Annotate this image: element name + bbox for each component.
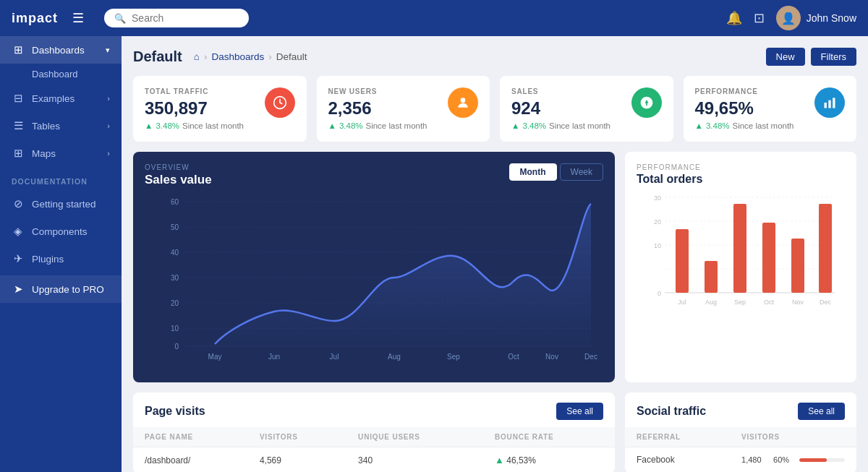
middle-row: OVERVIEW Sales value Month Week: [133, 152, 856, 382]
sidebar-item-maps[interactable]: ⊞ Maps ›: [0, 140, 122, 167]
svg-text:0: 0: [174, 343, 179, 351]
stat-sub-3: ▲ 3.48% Since last month: [695, 121, 846, 130]
svg-text:20: 20: [654, 218, 661, 226]
stat-change-3: 3.48%: [706, 121, 730, 130]
stat-since-1: Since last month: [366, 121, 427, 130]
hamburger-icon[interactable]: ☰: [72, 10, 84, 26]
sidebar-item-examples[interactable]: ⊟ Examples ›: [0, 85, 122, 112]
svg-text:0: 0: [658, 290, 661, 297]
svg-text:10: 10: [654, 242, 661, 249]
sales-chart-svg: 60 50 40 30 20 10 0 May Jun Jul Aug Sep …: [145, 194, 603, 371]
stat-change-1: 3.48%: [339, 121, 363, 130]
social-traffic-header: Social traffic See all: [625, 392, 856, 427]
stat-card-total-traffic: TOTAL TRAFFIC 350,897 ▲ 3.48% Since last…: [133, 76, 307, 142]
svg-text:Jun: Jun: [268, 353, 280, 361]
breadcrumb: Default ⌂ › Dashboards › Default: [133, 48, 307, 65]
chevron-right-icon3: ›: [107, 149, 110, 158]
total-orders-header: PERFORMANCE Total orders: [637, 163, 845, 186]
stat-since-0: Since last month: [182, 121, 244, 130]
sidebar: ⊞ Dashboards ▾ Dashboard ⊟ Examples › ☰ …: [0, 36, 122, 472]
progress-bar-fill: [799, 458, 827, 462]
share-icon[interactable]: ⊡: [754, 10, 765, 26]
sidebar-label-components: Components: [32, 226, 88, 237]
sidebar-item-components[interactable]: ◈ Components: [0, 218, 122, 245]
page-visits-see-all[interactable]: See all: [556, 403, 603, 420]
col-bounce-rate: BOUNCE RATE: [483, 427, 615, 447]
total-orders-titles: PERFORMANCE Total orders: [637, 163, 702, 186]
chart-btn-week[interactable]: Week: [560, 163, 603, 181]
trend-arrow-2: ▲: [511, 121, 519, 130]
sidebar-item-getting-started[interactable]: ⊘ Getting started: [0, 190, 122, 218]
stat-icon-1: [448, 87, 478, 118]
search-icon: 🔍: [114, 13, 126, 24]
cell-page: /dashboard/: [133, 447, 248, 473]
svg-text:Sep: Sep: [734, 299, 746, 306]
stat-sub-0: ▲ 3.48% Since last month: [145, 121, 295, 130]
svg-text:10: 10: [171, 325, 179, 332]
sidebar-label-getting-started: Getting started: [32, 199, 96, 210]
chart-btn-month[interactable]: Month: [509, 163, 557, 181]
cell-unique: 340: [346, 447, 483, 473]
layout: ⊞ Dashboards ▾ Dashboard ⊟ Examples › ☰ …: [0, 36, 868, 472]
sidebar-item-dashboards[interactable]: ⊞ Dashboards ▾: [0, 36, 122, 64]
lower-row: Page visits See all PAGE NAME VISITORS U…: [133, 392, 856, 472]
stat-since-3: Since last month: [733, 121, 794, 130]
sales-chart-card: OVERVIEW Sales value Month Week: [133, 152, 615, 382]
tables-icon: ☰: [12, 119, 25, 132]
chart-overview: OVERVIEW: [145, 163, 212, 171]
col-unique-users: UNIQUE USERS: [346, 427, 483, 447]
user-profile[interactable]: 👤 John Snow: [776, 6, 856, 30]
svg-point-1: [461, 98, 466, 103]
progress-bar-wrap: 1,480 60%: [741, 455, 845, 464]
stat-change-0: 3.48%: [156, 121, 179, 130]
notification-icon[interactable]: 🔔: [726, 10, 742, 26]
visitors-value: 1,480: [741, 455, 767, 464]
logo: impact: [12, 11, 58, 26]
stat-since-2: Since last month: [549, 121, 610, 130]
cell-referral: Facebook: [625, 447, 730, 473]
sidebar-label-examples: Examples: [32, 93, 75, 104]
total-orders-title: Total orders: [637, 173, 702, 186]
trend-arrow-3: ▲: [695, 121, 703, 130]
breadcrumb-link-dashboards[interactable]: Dashboards: [211, 51, 264, 62]
table-row: /dashboard/ 4,569 340 ▲ 46,53%: [133, 447, 615, 473]
chevron-right-icon: ›: [107, 94, 110, 103]
page-visits-card: Page visits See all PAGE NAME VISITORS U…: [133, 392, 615, 472]
total-orders-overview: PERFORMANCE: [637, 163, 702, 171]
svg-text:Nov: Nov: [545, 353, 558, 361]
stat-change-2: 3.48%: [522, 121, 546, 130]
sidebar-item-dashboard[interactable]: Dashboard: [0, 64, 122, 85]
sidebar-item-tables[interactable]: ☰ Tables ›: [0, 112, 122, 140]
new-button[interactable]: New: [766, 48, 805, 66]
main-content: Default ⌂ › Dashboards › Default New Fil…: [122, 36, 868, 472]
cell-visitors: 4,569: [248, 447, 346, 473]
svg-text:Jul: Jul: [678, 299, 686, 306]
examples-icon: ⊟: [12, 92, 25, 105]
svg-rect-4: [833, 98, 835, 108]
chart-toggle: Month Week: [509, 163, 603, 181]
home-icon: ⌂: [194, 51, 200, 62]
stat-icon-0: [265, 87, 295, 118]
svg-text:60: 60: [171, 198, 179, 206]
sidebar-section-documentation: DOCUMENTATION: [0, 167, 122, 190]
social-traffic-see-all[interactable]: See all: [798, 403, 845, 420]
sidebar-label-tables: Tables: [32, 121, 60, 132]
components-icon: ◈: [12, 225, 25, 238]
trend-arrow-0: ▲: [145, 121, 153, 130]
upgrade-icon: ➤: [12, 283, 25, 296]
social-table-row: Facebook 1,480 60%: [625, 447, 856, 473]
svg-text:Aug: Aug: [388, 353, 401, 361]
sidebar-label-plugins: Plugins: [32, 254, 64, 265]
filters-button[interactable]: Filters: [811, 48, 856, 66]
progress-bar-bg: [799, 458, 845, 462]
search-input[interactable]: [132, 12, 239, 24]
social-traffic-card: Social traffic See all REFERRAL VISITORS…: [625, 392, 856, 472]
sidebar-item-upgrade[interactable]: ➤ Upgrade to PRO: [0, 275, 122, 303]
avatar: 👤: [776, 6, 801, 30]
col-st-visitors: VISITORS: [730, 427, 856, 447]
sidebar-item-plugins[interactable]: ✈ Plugins: [0, 245, 122, 273]
stat-icon-3: [814, 87, 845, 118]
svg-text:20: 20: [171, 299, 179, 307]
chart-titles: OVERVIEW Sales value: [145, 163, 212, 187]
svg-rect-3: [828, 100, 830, 108]
